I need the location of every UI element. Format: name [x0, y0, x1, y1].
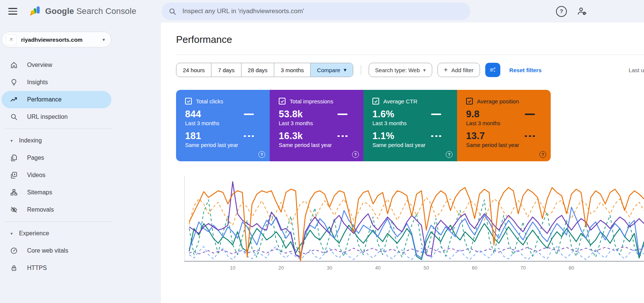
card-prev-period: Same period last year: [372, 142, 457, 148]
sidebar-item-pages[interactable]: Pages: [2, 149, 111, 167]
x-axis-tick: 30: [327, 265, 332, 271]
plus-icon: +: [444, 66, 448, 74]
reset-filters-link[interactable]: Reset filters: [509, 67, 542, 73]
filter-sparkle-icon: [489, 66, 497, 74]
lightbulb-icon: [10, 78, 18, 86]
filter-bar: 24 hours 7 days 28 days 3 months Compare…: [176, 62, 644, 77]
sidebar-divider: [5, 221, 112, 222]
sidebar-group-indexing[interactable]: ▾ Indexing: [0, 132, 161, 149]
card-total-clicks[interactable]: Total clicks 844 Last 3 months 181 Same …: [176, 90, 270, 161]
x-axis-tick: 70: [520, 265, 526, 271]
video-pages-icon: [10, 171, 18, 179]
card-value: 9.8: [466, 109, 480, 120]
sidebar-item-videos[interactable]: Videos: [2, 167, 111, 184]
dashed-line-legend-icon: [525, 135, 535, 137]
vertical-divider: [361, 65, 361, 75]
sidebar-item-core-web-vitals[interactable]: Core web vitals: [2, 242, 111, 259]
date-range-24-hours[interactable]: 24 hours: [176, 63, 211, 77]
top-bar: GoogleSearch Console ?: [0, 0, 644, 23]
help-icon[interactable]: ?: [446, 151, 453, 158]
card-label: Average position: [477, 98, 519, 105]
card-period: Last 3 months: [466, 120, 551, 126]
home-icon: [10, 61, 18, 69]
add-filter-button[interactable]: + Add filter: [437, 63, 480, 77]
card-period: Last 3 months: [372, 120, 457, 126]
header-divider: [176, 55, 644, 55]
x-axis-tick: 10: [230, 265, 235, 271]
compare-button[interactable]: Compare ▾: [310, 63, 353, 77]
card-label: Total impressions: [290, 98, 333, 105]
sidebar-item-removals[interactable]: Removals: [2, 201, 111, 218]
checked-checkbox-icon[interactable]: [372, 98, 379, 105]
performance-chart: 1020304050607080: [184, 176, 644, 273]
pages-icon: [10, 154, 18, 162]
url-inspect-input[interactable]: [182, 7, 447, 15]
property-selector[interactable]: riyadhviewresorts.com ▾: [2, 32, 111, 47]
sidebar-item-sitemaps[interactable]: Sitemaps: [2, 184, 111, 201]
x-axis-tick: 60: [472, 265, 477, 271]
property-name: riyadhviewresorts.com: [21, 36, 82, 43]
sidebar-item-url-inspection[interactable]: URL inspection: [2, 108, 111, 126]
card-average-ctr[interactable]: Average CTR 1.6% Last 3 months 1.1% Same…: [363, 90, 457, 161]
url-inspection-searchbar[interactable]: [162, 3, 470, 20]
solid-line-legend-icon: [431, 114, 441, 115]
app-title: GoogleSearch Console: [45, 6, 136, 16]
card-value: 53.8k: [279, 109, 303, 120]
help-icon[interactable]: ?: [539, 151, 546, 158]
lock-icon: [10, 264, 18, 272]
card-prev-period: Same period last year: [466, 142, 551, 148]
chart-line-position-previous: [189, 197, 644, 225]
checked-checkbox-icon[interactable]: [279, 98, 286, 105]
account-settings-icon[interactable]: [577, 6, 587, 17]
sidebar-item-insights[interactable]: Insights: [2, 74, 111, 91]
search-icon: [169, 8, 176, 15]
smart-filter-button[interactable]: [485, 63, 500, 77]
sidebar: riyadhviewresorts.com ▾ Overview Insight…: [0, 23, 161, 303]
eye-off-icon: [10, 206, 18, 214]
card-prev-period: Same period last year: [185, 142, 270, 148]
trending-up-icon: [10, 95, 18, 104]
property-favicon: [6, 34, 17, 45]
last-updated-text: Last u: [629, 67, 644, 73]
help-icon[interactable]: ?: [258, 151, 265, 158]
metric-cards: Total clicks 844 Last 3 months 181 Same …: [176, 90, 551, 161]
sidebar-item-https[interactable]: HTTPS: [2, 259, 111, 277]
solid-line-legend-icon: [337, 114, 348, 115]
date-range-segmented-control: 24 hours 7 days 28 days 3 months Compare…: [176, 63, 353, 77]
checked-checkbox-icon[interactable]: [185, 98, 192, 105]
card-prev-value: 1.1%: [372, 130, 394, 141]
card-total-impressions[interactable]: Total impressions 53.8k Last 3 months 16…: [270, 90, 363, 161]
x-axis-tick: 50: [424, 265, 429, 271]
card-label: Average CTR: [383, 98, 418, 105]
x-axis-tick: 20: [278, 265, 284, 271]
page-title: Performance: [176, 34, 644, 45]
card-label: Total clicks: [196, 98, 223, 105]
chevron-down-icon: ▾: [102, 37, 105, 42]
sidebar-group-experience[interactable]: ▾ Experience: [0, 225, 161, 242]
sidebar-divider: [5, 129, 112, 129]
gauge-icon: [10, 247, 18, 255]
checked-checkbox-icon[interactable]: [466, 98, 473, 105]
sidebar-item-overview[interactable]: Overview: [2, 56, 111, 74]
solid-line-legend-icon: [525, 114, 535, 115]
help-icon[interactable]: ?: [556, 6, 567, 17]
date-range-7-days[interactable]: 7 days: [211, 63, 241, 77]
collapse-triangle-icon: ▾: [11, 231, 13, 236]
chevron-down-icon: ▾: [423, 67, 426, 73]
performance-chart-svg: 1020304050607080: [184, 176, 644, 272]
card-prev-period: Same period last year: [279, 142, 363, 148]
topbar-actions: ?: [556, 0, 587, 23]
card-average-position[interactable]: Average position 9.8 Last 3 months 13.7 …: [457, 90, 551, 161]
search-type-button[interactable]: Search type: Web ▾: [369, 63, 432, 77]
help-icon[interactable]: ?: [352, 151, 359, 158]
card-period: Last 3 months: [279, 120, 363, 126]
sidebar-item-performance[interactable]: Performance: [2, 91, 111, 108]
app-brand: GoogleSearch Console: [29, 5, 136, 18]
search-icon: [10, 113, 18, 121]
card-value: 844: [185, 109, 201, 120]
card-prev-value: 13.7: [466, 130, 485, 141]
date-range-28-days[interactable]: 28 days: [241, 63, 274, 77]
menu-icon[interactable]: [8, 6, 18, 16]
date-range-3-months[interactable]: 3 months: [274, 63, 310, 77]
card-prev-value: 16.3k: [279, 130, 303, 141]
